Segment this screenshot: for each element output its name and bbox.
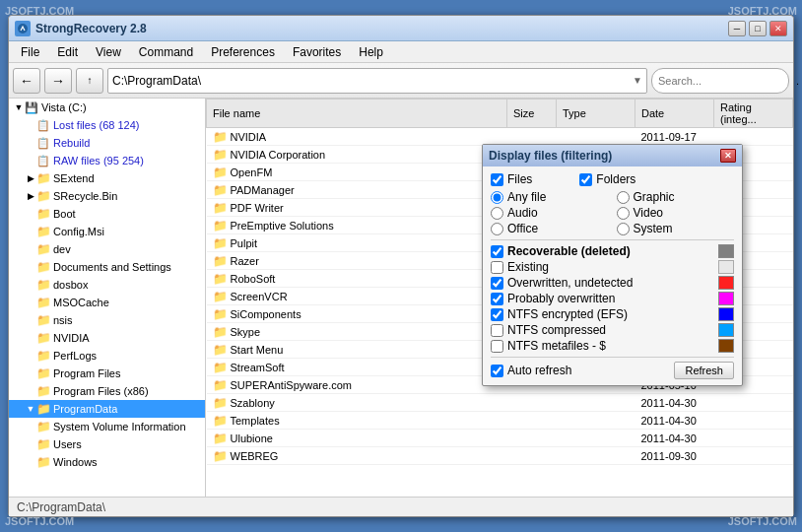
tree-item[interactable]: 📁PerfLogs <box>9 347 205 365</box>
tree-item[interactable]: ▶📁SRecycle.Bin <box>9 187 205 205</box>
tree-toggle[interactable] <box>25 297 36 308</box>
tree-item[interactable]: 📁Documents and Settings <box>9 258 205 276</box>
tree-item[interactable]: 📁Boot <box>9 205 205 223</box>
tree-toggle[interactable]: ▶ <box>25 172 36 184</box>
folders-checkbox[interactable] <box>579 173 592 186</box>
tree-toggle[interactable] <box>25 314 36 326</box>
table-row[interactable]: 📁Ulubione 2011-04-30 <box>207 430 793 447</box>
probably-checkbox[interactable] <box>491 293 503 305</box>
col-rating[interactable]: Rating (integ... <box>714 100 793 128</box>
tree-item[interactable]: 📁System Volume Information <box>9 418 205 435</box>
office-radio[interactable] <box>491 223 503 235</box>
close-button[interactable]: ✕ <box>769 21 787 36</box>
search-input[interactable] <box>658 75 794 87</box>
dialog-close-button[interactable]: ✕ <box>720 149 736 163</box>
tree-toggle[interactable] <box>25 438 36 450</box>
table-row[interactable]: 📁Templates 2011-04-30 <box>207 412 793 430</box>
tree-toggle[interactable] <box>25 367 36 379</box>
cell-filename: 📁Szablony <box>207 394 507 412</box>
ntfs-encrypted-checkbox[interactable] <box>491 308 503 321</box>
tree-toggle[interactable] <box>25 119 36 131</box>
tree-item[interactable]: 📁dosbox <box>9 276 205 294</box>
app-title: StrongRecovery 2.8 <box>35 22 147 35</box>
ntfs-compressed-checkbox[interactable] <box>491 324 503 337</box>
tree-toggle[interactable] <box>25 385 36 397</box>
forward-button[interactable]: → <box>44 68 72 94</box>
files-checkbox[interactable] <box>491 173 503 186</box>
up-button[interactable]: ↑ <box>76 68 103 94</box>
table-row[interactable]: 📁WEBREG 2011-09-30 <box>207 447 793 465</box>
system-radio[interactable] <box>617 223 630 235</box>
menu-preferences[interactable]: Preferences <box>203 43 283 61</box>
col-type[interactable]: Type <box>557 100 635 128</box>
tree-item[interactable]: 📁Config.Msi <box>9 223 205 240</box>
file-folder-icon: 📁 <box>213 183 228 197</box>
recoverable-checkbox[interactable] <box>491 245 503 258</box>
file-folder-icon: 📁 <box>213 254 228 268</box>
any-file-radio[interactable] <box>491 191 503 204</box>
table-row[interactable]: 📁Szablony 2011-04-30 <box>207 394 793 412</box>
tree-item[interactable]: ▶📁SExtend <box>9 169 205 187</box>
menu-command[interactable]: Command <box>131 43 201 61</box>
auto-refresh-checkbox[interactable] <box>491 365 503 377</box>
tree-toggle[interactable] <box>25 421 36 432</box>
tree-toggle[interactable]: ▼ <box>13 101 25 113</box>
tree-item[interactable]: 📁Program Files <box>9 365 205 382</box>
tree-item[interactable]: ▼💾Vista (C:) <box>9 99 205 116</box>
tree-item[interactable]: 📋Lost files (68 124) <box>9 116 205 134</box>
cell-date: 2011-04-30 <box>635 394 714 412</box>
graphic-radio[interactable] <box>617 191 630 204</box>
tree-item[interactable]: 📁nsis <box>9 311 205 329</box>
tree-toggle[interactable] <box>25 208 36 220</box>
tree-toggle[interactable] <box>25 332 36 344</box>
file-folder-icon: 📁 <box>213 166 228 179</box>
back-button[interactable]: ← <box>13 68 40 94</box>
tree-item[interactable]: 📁Program Files (x86) <box>9 382 205 400</box>
tree-toggle[interactable] <box>25 456 36 468</box>
tree-toggle[interactable] <box>25 243 36 255</box>
video-label: Video <box>634 206 663 220</box>
minimize-button[interactable]: ─ <box>728 21 746 36</box>
tree-item[interactable]: 📁Windows <box>9 453 205 471</box>
menu-help[interactable]: Help <box>351 43 391 61</box>
cell-filename: 📁ScreenVCR <box>207 288 507 305</box>
existing-checkbox[interactable] <box>491 261 503 274</box>
tree-item[interactable]: ▼📁ProgramData <box>9 400 205 418</box>
toolbar: ← → ↑ ▼ . 🔍 <box>9 63 793 99</box>
tree-label: Lost files (68 124) <box>53 119 139 131</box>
menu-favorites[interactable]: Favorites <box>285 43 349 61</box>
tree-item[interactable]: 📋RAW files (95 254) <box>9 152 205 169</box>
audio-radio[interactable] <box>491 207 503 220</box>
menu-file[interactable]: File <box>13 43 47 61</box>
tree-item[interactable]: 📋Rebuild <box>9 134 205 152</box>
col-size[interactable]: Size <box>507 100 557 128</box>
maximize-button[interactable]: □ <box>749 21 767 36</box>
tree-toggle[interactable] <box>25 261 36 273</box>
tree-toggle[interactable] <box>25 137 36 149</box>
menu-edit[interactable]: Edit <box>49 43 86 61</box>
col-date[interactable]: Date <box>635 100 714 128</box>
graphic-label: Graphic <box>634 190 675 204</box>
ntfs-metafiles-checkbox[interactable] <box>491 340 503 353</box>
cell-rating <box>714 447 793 465</box>
tree-toggle[interactable] <box>25 279 36 291</box>
tree-item[interactable]: 📁MSOCache <box>9 294 205 311</box>
tree-item[interactable]: 📁Users <box>9 435 205 453</box>
tree-toggle[interactable] <box>25 155 36 166</box>
col-filename[interactable]: File name <box>207 100 507 128</box>
tree-item[interactable]: 📁dev <box>9 240 205 258</box>
tree-toggle[interactable] <box>25 350 36 362</box>
tree-toggle[interactable]: ▶ <box>25 190 36 202</box>
refresh-button[interactable]: Refresh <box>674 362 734 379</box>
menu-view[interactable]: View <box>88 43 129 61</box>
table-row[interactable]: 📁NVIDIA 2011-09-17 <box>207 128 793 146</box>
address-input[interactable] <box>112 74 631 88</box>
video-radio[interactable] <box>617 207 630 220</box>
overwritten-checkbox[interactable] <box>491 277 503 290</box>
tree-item[interactable]: 📁NVIDIA <box>9 329 205 347</box>
ntfs-metafiles-label: NTFS metafiles - $ <box>507 339 606 353</box>
cell-type <box>557 430 635 447</box>
address-dropdown-icon[interactable]: ▼ <box>633 75 642 86</box>
tree-toggle[interactable] <box>25 226 36 237</box>
tree-toggle[interactable]: ▼ <box>25 403 36 415</box>
